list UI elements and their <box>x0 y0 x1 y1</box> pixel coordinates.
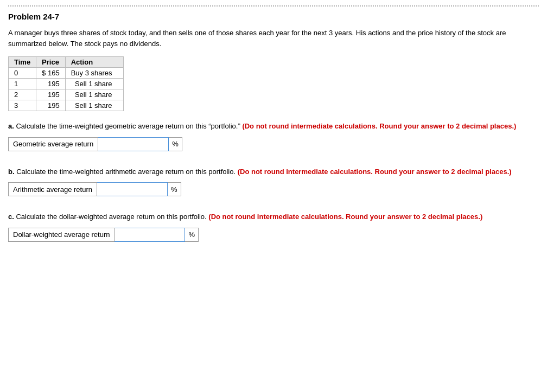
table-cell-r1c2: Sell 1 share <box>65 79 123 89</box>
table-cell-r3c2: Sell 1 share <box>65 100 123 111</box>
input-row-a: Geometric average return% <box>8 137 539 151</box>
col-header-time: Time <box>9 57 36 68</box>
question-static-b: Calculate the time-weighted arithmetic a… <box>16 168 238 176</box>
input-field-b[interactable] <box>97 182 168 196</box>
table-cell-r2c2: Sell 1 share <box>65 89 123 100</box>
input-label-c: Dollar-weighted average return <box>8 228 115 242</box>
question-text-a: a. Calculate the time-weighted geometric… <box>8 121 539 132</box>
question-text-b: b. Calculate the time-weighted arithmeti… <box>8 166 539 177</box>
question-label-a: a. <box>8 122 16 130</box>
question-block-b: b. Calculate the time-weighted arithmeti… <box>8 166 539 197</box>
question-block-c: c. Calculate the dollar-weighted average… <box>8 211 539 242</box>
input-field-c[interactable] <box>115 228 185 242</box>
percent-label-c: % <box>185 228 199 242</box>
table-cell-r0c1: $ 165 <box>36 68 66 79</box>
question-static-c: Calculate the dollar-weighted average re… <box>16 213 208 221</box>
input-label-a: Geometric average return <box>8 137 98 151</box>
input-field-a[interactable] <box>98 137 169 151</box>
question-red-text-c: (Do not round intermediate calculations.… <box>208 213 482 221</box>
table-cell-r1c0: 1 <box>9 79 36 89</box>
table-cell-r3c0: 3 <box>9 100 36 111</box>
percent-label-a: % <box>169 137 182 151</box>
stock-data-table: Time Price Action 0$ 165Buy 3 shares1195… <box>8 56 124 111</box>
question-label-c: c. <box>8 213 16 221</box>
question-block-a: a. Calculate the time-weighted geometric… <box>8 121 539 151</box>
table-cell-r3c1: 195 <box>36 100 66 111</box>
col-header-price: Price <box>36 57 66 68</box>
input-row-c: Dollar-weighted average return% <box>8 228 539 242</box>
problem-description: A manager buys three shares of stock tod… <box>8 28 539 49</box>
percent-label-b: % <box>168 182 181 196</box>
problem-title: Problem 24-7 <box>8 12 539 21</box>
table-cell-r2c0: 2 <box>9 89 36 100</box>
col-header-action: Action <box>65 57 123 68</box>
question-static-a: Calculate the time-weighted geometric av… <box>16 122 242 130</box>
input-label-b: Arithmetic average return <box>8 182 97 196</box>
table-cell-r0c2: Buy 3 shares <box>65 68 123 79</box>
table-cell-r0c0: 0 <box>9 68 36 79</box>
top-border <box>8 5 539 7</box>
question-label-b: b. <box>8 168 16 176</box>
table-cell-r1c1: 195 <box>36 79 66 89</box>
table-cell-r2c1: 195 <box>36 89 66 100</box>
input-row-b: Arithmetic average return% <box>8 182 539 196</box>
question-red-text-b: (Do not round intermediate calculations.… <box>238 168 512 176</box>
question-red-text-a: (Do not round intermediate calculations.… <box>242 122 516 130</box>
question-text-c: c. Calculate the dollar-weighted average… <box>8 211 539 222</box>
